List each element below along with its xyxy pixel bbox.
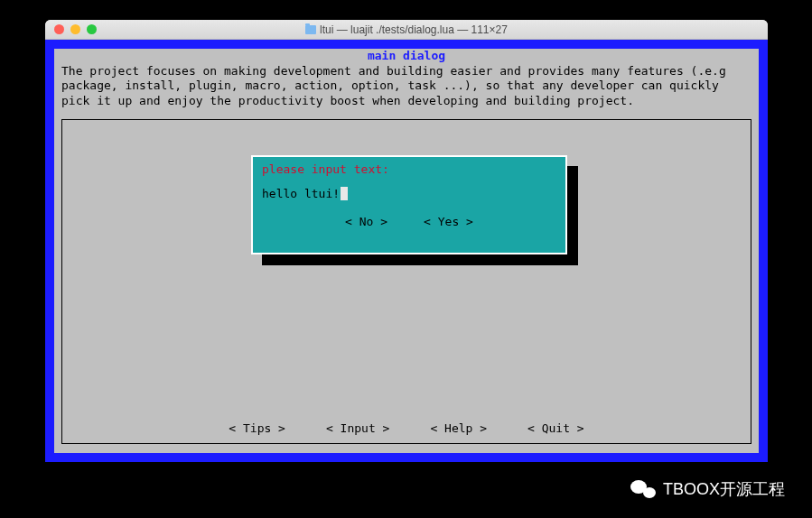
main-dialog-description: The project focuses on making developmen… xyxy=(61,64,751,108)
terminal-window: ltui — luajit ./tests/dialog.lua — 111×2… xyxy=(45,20,768,462)
no-button[interactable]: < No > xyxy=(345,215,387,228)
input-field[interactable]: hello ltui! xyxy=(262,187,556,200)
titlebar: ltui — luajit ./tests/dialog.lua — 111×2… xyxy=(45,20,768,40)
tips-button[interactable]: < Tips > xyxy=(229,421,285,435)
window-title-text: ltui — luajit ./tests/dialog.lua — 111×2… xyxy=(320,23,508,36)
watermark-text: TBOOX开源工程 xyxy=(663,478,785,500)
input-value: hello ltui! xyxy=(262,187,340,200)
wechat-icon xyxy=(630,478,656,500)
watermark: TBOOX开源工程 xyxy=(630,478,785,500)
minimize-icon[interactable] xyxy=(70,24,80,34)
main-dialog-title: main dialog xyxy=(61,49,751,62)
help-button[interactable]: < Help > xyxy=(430,421,487,435)
input-dialog-buttons: < No > < Yes > xyxy=(262,215,556,228)
quit-button[interactable]: < Quit > xyxy=(527,421,584,435)
input-prompt: please input text: xyxy=(262,162,556,176)
close-icon[interactable] xyxy=(54,24,64,34)
window-title: ltui — luajit ./tests/dialog.lua — 111×2… xyxy=(45,23,768,36)
traffic-lights xyxy=(54,24,97,34)
folder-icon xyxy=(305,25,316,34)
terminal-body: main dialog The project focuses on makin… xyxy=(45,40,768,462)
main-dialog: main dialog The project focuses on makin… xyxy=(54,49,759,453)
yes-button[interactable]: < Yes > xyxy=(424,215,473,228)
bottom-button-bar: < Tips > < Input > < Help > < Quit > xyxy=(54,421,759,435)
input-button[interactable]: < Input > xyxy=(326,421,389,435)
maximize-icon[interactable] xyxy=(87,24,97,34)
cursor-icon xyxy=(341,187,348,200)
input-dialog: please input text: hello ltui! < No > < … xyxy=(251,155,567,254)
